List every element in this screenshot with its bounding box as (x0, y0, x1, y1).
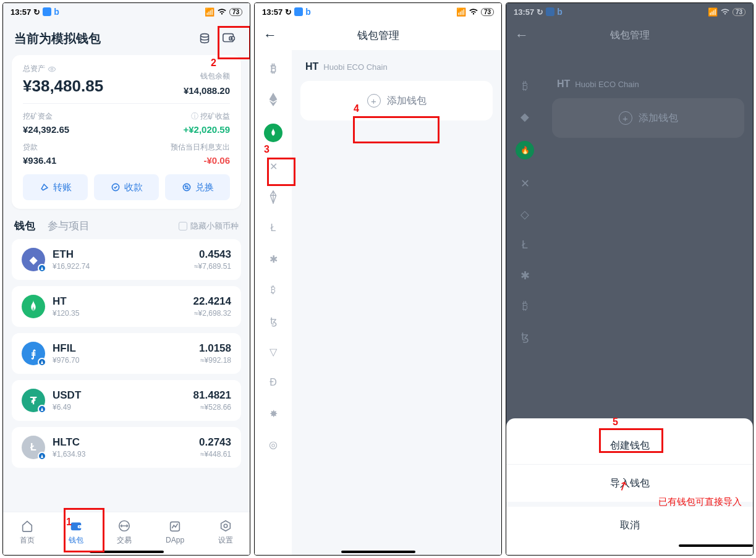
tab-projects[interactable]: 参与项目 (48, 219, 90, 233)
dapp-icon (168, 519, 182, 534)
app-icon (546, 7, 554, 16)
checkbox-icon (179, 222, 187, 230)
mining-profit-label: ⓘ 挖矿收益 (184, 111, 231, 122)
eye-icon[interactable] (48, 66, 56, 72)
ltc-icon: Ł (22, 436, 45, 459)
cancel-label: 取消 (620, 519, 640, 532)
chain-bch-icon[interactable]: ₿ (266, 283, 280, 297)
annotation-box-2 (218, 26, 250, 59)
wallet-tabs: 钱包 参与项目 隐藏小额币种 (3, 215, 250, 235)
asset-summary-card: 总资产 ¥38,480.85 钱包余额 ¥14,088.20 挖矿资金 ¥24,… (12, 55, 241, 209)
app-b-icon: b (54, 7, 59, 17)
page-title: 钱包管理 (357, 28, 399, 43)
chain-eos-icon[interactable] (266, 190, 280, 204)
back-button: ← (515, 27, 529, 43)
chain-ht-icon[interactable] (264, 124, 282, 142)
sync-icon: ↻ (33, 7, 40, 17)
add-wallet-button-dimmed: + 添加钱包 (552, 98, 744, 138)
home-indicator (341, 551, 415, 553)
home-icon (20, 518, 35, 533)
huobi-badge-icon (38, 264, 46, 273)
transfer-label: 转账 (53, 182, 72, 193)
exchange-button[interactable]: 兑换 (165, 174, 230, 200)
tab-wallet[interactable]: 钱包 (14, 219, 35, 233)
annotation-5: 5 (613, 416, 618, 428)
chain-name: Huobi ECO Chain (575, 80, 639, 89)
eth-icon: ◆ (22, 248, 45, 271)
chain-symbol: HT (557, 78, 570, 90)
assets-icon[interactable] (195, 29, 214, 48)
wifi-icon (720, 8, 730, 15)
chain-ada-icon[interactable]: ✱ (266, 252, 280, 266)
info-icon[interactable]: ⓘ (191, 111, 198, 122)
nav-trade-label: 交易 (117, 535, 132, 546)
transfer-button[interactable]: 转账 (23, 174, 88, 200)
annotation-box-4 (353, 116, 440, 143)
nav-trade[interactable]: 交易 (117, 518, 132, 546)
coin-row-eth[interactable]: ◆ ETH ¥16,922.74 0.4543 ≈¥7,689.51 (12, 239, 241, 280)
receive-button[interactable]: 收款 (94, 174, 159, 200)
coin-symbol: HT (53, 295, 79, 308)
chain-rail-dimmed: ₿ ◆ 🔥 ✕ ◇ Ł ✱ ₿ ꜩ (506, 50, 543, 344)
coin-amount: 0.4543 (194, 248, 231, 261)
nav-home-label: 首页 (20, 535, 35, 546)
chain-btc-icon[interactable]: ₿ (271, 62, 276, 75)
sync-icon: ↻ (537, 7, 543, 17)
coin-approx: ≈¥448.61 (199, 450, 231, 459)
chain-btc-icon: ₿ (522, 80, 528, 93)
chain-trx-icon[interactable]: ▽ (266, 345, 280, 358)
signal-icon: 📶 (205, 7, 214, 17)
add-wallet-button[interactable]: + 添加钱包 (300, 81, 493, 120)
mining-fund-value: ¥24,392.65 (23, 124, 69, 135)
coin-row-hltc[interactable]: Ł HLTC ¥1,634.93 0.2743 ≈¥448.61 (12, 427, 241, 468)
mining-profit-value: +¥2,020.59 (184, 124, 231, 135)
chain-symbol: HT (305, 61, 318, 72)
coin-price: ¥120.35 (53, 309, 79, 318)
chain-atom-icon[interactable]: ✸ (266, 407, 280, 420)
interest-label: 预估当日利息支出 (171, 142, 230, 153)
chain-ht-icon: 🔥 (516, 141, 534, 159)
coin-price: ¥976.70 (53, 356, 79, 365)
cancel-button[interactable]: 取消 (506, 507, 753, 544)
annotation-3: 3 (264, 144, 270, 155)
hide-small-label: 隐藏小额币种 (190, 221, 239, 232)
hide-small-toggle[interactable]: 隐藏小额币种 (179, 221, 239, 232)
coin-symbol: ETH (53, 248, 90, 261)
chain-eth-icon[interactable] (266, 93, 280, 106)
app-b-icon: b (557, 7, 563, 17)
chain-dash-icon[interactable]: Đ (266, 376, 280, 389)
coin-approx: ≈¥528.66 (193, 403, 231, 412)
coin-row-usdt[interactable]: ₮ USDT ¥6.49 81.4821 ≈¥528.66 (12, 380, 241, 421)
home-indicator (679, 544, 753, 547)
manage-header-dimmed: ← 钱包管理 (506, 20, 753, 50)
interest-value: -¥0.06 (171, 155, 230, 166)
coin-price: ¥16,922.74 (53, 262, 90, 271)
chain-more-icon[interactable]: ◎ (266, 438, 280, 451)
coin-row-ht[interactable]: HT ¥120.35 22.4214 ≈¥2,698.32 (12, 286, 241, 327)
add-wallet-label: 添加钱包 (387, 95, 427, 108)
chain-xtz-icon[interactable]: ꜩ (266, 314, 280, 328)
coin-approx: ≈¥7,689.51 (194, 262, 231, 271)
status-bar: 13:57 ↻ b 📶 73 (506, 3, 753, 20)
status-bar: 13:57 ↻ b 📶 73 (255, 3, 501, 20)
nav-home[interactable]: 首页 (20, 518, 35, 546)
wifi-icon (217, 8, 227, 15)
nav-dapp[interactable]: DApp (166, 519, 184, 544)
chain-xrp-icon: ✕ (520, 177, 530, 190)
coin-row-hfil[interactable]: ⨎ HFIL ¥976.70 1.0158 ≈¥992.18 (12, 333, 241, 374)
wifi-icon (469, 8, 478, 15)
manage-header: ← 钱包管理 (255, 20, 501, 50)
svg-point-0 (201, 34, 209, 38)
usdt-icon: ₮ (22, 389, 45, 412)
ht-icon (22, 295, 45, 318)
back-button[interactable]: ← (263, 27, 277, 43)
chain-ltc-icon[interactable]: Ł (266, 221, 280, 235)
balance-value: ¥14,088.20 (184, 85, 230, 96)
coin-amount: 81.4821 (193, 389, 231, 402)
chain-bch-icon: ₿ (522, 300, 528, 313)
nav-settings[interactable]: 设置 (218, 518, 233, 546)
trade-icon (117, 518, 132, 533)
signal-icon: 📶 (456, 7, 466, 17)
chain-eth-icon: ◆ (520, 110, 529, 124)
annotation-box-3 (267, 158, 295, 186)
